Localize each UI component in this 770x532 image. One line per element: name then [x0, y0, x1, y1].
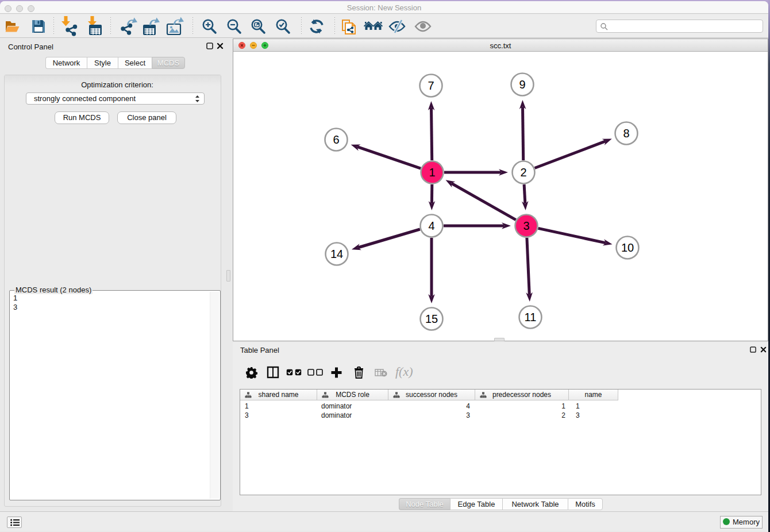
svg-text:4: 4 [428, 219, 434, 232]
svg-text:9: 9 [519, 78, 525, 91]
svg-text:7: 7 [428, 79, 434, 92]
svg-text:14: 14 [330, 248, 343, 260]
svg-text:11: 11 [525, 311, 537, 323]
svg-text:15: 15 [425, 313, 438, 325]
svg-text:3: 3 [523, 219, 529, 232]
svg-text:6: 6 [333, 133, 339, 146]
svg-text:8: 8 [623, 127, 629, 140]
svg-text:10: 10 [621, 241, 634, 254]
svg-text:2: 2 [520, 166, 526, 179]
svg-text:1: 1 [429, 166, 435, 179]
